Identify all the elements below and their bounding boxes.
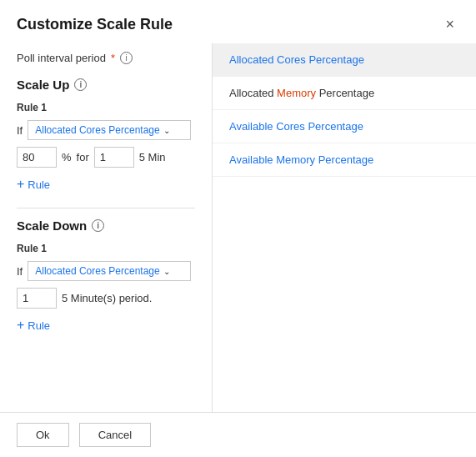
dropdown-option-allocated-cores[interactable]: Allocated Cores Percentage bbox=[213, 43, 476, 77]
scale-down-chevron-icon: ⌄ bbox=[163, 267, 170, 276]
scale-down-dropdown-value: Allocated Cores Percentage bbox=[35, 265, 159, 277]
scale-up-duration-input[interactable] bbox=[94, 147, 134, 168]
modal-title: Customize Scale Rule bbox=[17, 16, 173, 33]
scale-down-info-icon[interactable]: i bbox=[92, 219, 104, 232]
customize-scale-rule-modal: Customize Scale Rule × Poll interval per… bbox=[0, 0, 476, 457]
scale-up-number-input[interactable] bbox=[17, 147, 57, 168]
modal-footer: Ok Cancel bbox=[0, 412, 476, 457]
dropdown-option-allocated-memory[interactable]: Allocated Memory Percentage bbox=[213, 77, 476, 110]
poll-label: Poll interval period bbox=[17, 52, 106, 64]
scale-up-chevron-icon: ⌄ bbox=[163, 126, 170, 135]
poll-info-icon[interactable]: i bbox=[120, 52, 133, 64]
scale-down-add-rule-label: Rule bbox=[28, 319, 50, 332]
required-star: * bbox=[111, 52, 115, 64]
scale-down-number-input[interactable] bbox=[17, 288, 57, 309]
scale-down-value-row: 5 Minute(s) period. bbox=[17, 288, 195, 309]
scale-up-if-label: If bbox=[17, 124, 23, 137]
scale-up-add-rule-button[interactable]: + Rule bbox=[17, 174, 50, 194]
scale-down-period-text: 5 Minute(s) period. bbox=[62, 292, 152, 304]
scale-down-metric-dropdown[interactable]: Allocated Cores Percentage ⌄ bbox=[28, 261, 190, 281]
modal-header: Customize Scale Rule × bbox=[0, 0, 476, 43]
scale-up-metric-dropdown[interactable]: Allocated Cores Percentage ⌄ bbox=[28, 120, 190, 140]
scale-down-plus-icon: + bbox=[17, 319, 24, 332]
scale-up-rule-row: If Allocated Cores Percentage ⌄ bbox=[17, 120, 195, 140]
scale-up-min-text: 5 Min bbox=[139, 151, 166, 163]
dropdown-option-available-cores-label: Available Cores Percentage bbox=[229, 120, 363, 133]
scale-down-rule-row: If Allocated Cores Percentage ⌄ bbox=[17, 261, 195, 281]
scale-down-if-label: If bbox=[17, 265, 23, 278]
scale-up-rule-label: Rule 1 bbox=[17, 102, 195, 113]
section-divider bbox=[17, 208, 195, 208]
dropdown-option-available-cores[interactable]: Available Cores Percentage bbox=[213, 110, 476, 143]
scale-up-for-label: for bbox=[77, 151, 89, 163]
scale-up-dropdown-value: Allocated Cores Percentage bbox=[35, 124, 159, 136]
poll-interval-row: Poll interval period * i bbox=[17, 52, 195, 64]
right-dropdown-panel: Allocated Cores Percentage Allocated Mem… bbox=[213, 43, 476, 412]
scale-down-title: Scale Down i bbox=[17, 218, 195, 233]
cancel-button[interactable]: Cancel bbox=[79, 423, 151, 447]
scale-up-value-row: % for 5 Min bbox=[17, 147, 195, 168]
scale-up-add-rule-label: Rule bbox=[28, 178, 50, 191]
scale-down-rule-label: Rule 1 bbox=[17, 243, 195, 254]
dropdown-option-allocated-memory-label: Allocated Memory Percentage bbox=[229, 87, 374, 99]
scale-down-section: Scale Down i Rule 1 If Allocated Cores P… bbox=[17, 218, 195, 335]
scale-up-percent-label: % bbox=[62, 151, 72, 163]
ok-button[interactable]: Ok bbox=[17, 423, 69, 447]
dropdown-option-allocated-cores-label: Allocated Cores Percentage bbox=[229, 53, 364, 66]
dropdown-option-available-memory[interactable]: Available Memory Percentage bbox=[213, 143, 476, 177]
scale-down-add-rule-button[interactable]: + Rule bbox=[17, 315, 50, 335]
modal-body: Poll interval period * i Scale Up i Rule… bbox=[0, 43, 476, 412]
left-panel: Poll interval period * i Scale Up i Rule… bbox=[0, 43, 213, 412]
scale-up-plus-icon: + bbox=[17, 178, 24, 191]
dropdown-option-available-memory-label: Available Memory Percentage bbox=[229, 153, 373, 166]
scale-up-title: Scale Up i bbox=[17, 78, 195, 92]
scale-up-section: Scale Up i Rule 1 If Allocated Cores Per… bbox=[17, 78, 195, 194]
close-button[interactable]: × bbox=[440, 15, 459, 33]
scale-up-info-icon[interactable]: i bbox=[74, 78, 87, 91]
